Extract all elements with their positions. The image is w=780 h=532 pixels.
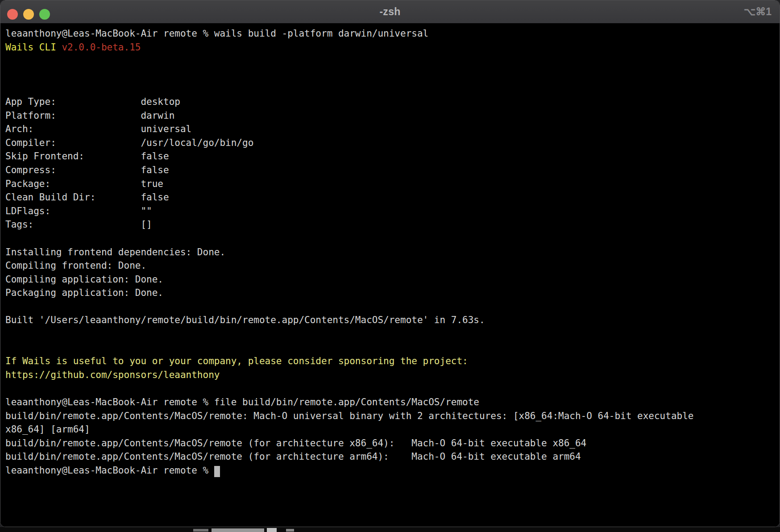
terminal-text-segment: Package: true: [5, 179, 163, 189]
terminal-text-segment: Compress: false: [5, 165, 169, 175]
terminal-text-segment: Compiling application: Done.: [5, 274, 163, 285]
terminal-text-segment: build/bin/remote.app/Contents/MacOS/remo…: [5, 411, 699, 421]
terminal-line: LDFlags: "": [5, 204, 775, 218]
terminal-text-segment: Wails CLI: [5, 42, 62, 53]
terminal-line: [5, 382, 775, 395]
terminal-line: leaanthony@Leas-MacBook-Air remote % wai…: [5, 27, 775, 41]
terminal-line: [5, 327, 775, 341]
terminal-line: Platform: darwin: [5, 109, 775, 123]
titlebar[interactable]: -zsh ⌥⌘1: [0, 0, 780, 24]
terminal-line: [5, 341, 775, 355]
terminal-line: leaanthony@Leas-MacBook-Air remote % fil…: [5, 395, 775, 409]
terminal-text-segment: Installing frontend dependencies: Done.: [5, 247, 225, 258]
zoom-button[interactable]: [39, 9, 50, 20]
terminal-text-segment: Arch: universal: [5, 124, 191, 134]
close-button[interactable]: [7, 9, 18, 20]
terminal-line: [5, 300, 775, 314]
terminal-line: Clean Build Dir: false: [5, 191, 775, 204]
background-window-fragment: [212, 528, 264, 532]
background-window-fragment: [267, 528, 277, 532]
terminal-line: Compiling application: Done.: [5, 273, 775, 287]
terminal-line: [5, 54, 775, 68]
terminal-cursor: [214, 466, 220, 477]
terminal-text-segment: v2.0.0-beta.15: [62, 42, 141, 53]
terminal-text-segment: build/bin/remote.app/Contents/MacOS/remo…: [5, 438, 586, 449]
terminal-line: Arch: universal: [5, 122, 775, 136]
terminal-text-segment: leaanthony@Leas-MacBook-Air remote % fil…: [5, 397, 479, 407]
terminal-line: Packaging application: Done.: [5, 286, 775, 300]
terminal-text-segment: App Type: desktop: [5, 96, 180, 107]
terminal-line: App Type: desktop: [5, 95, 775, 109]
minimize-button[interactable]: [23, 9, 34, 20]
terminal-text-segment: Compiler: /usr/local/go/bin/go: [5, 137, 253, 148]
terminal-line: Tags: []: [5, 218, 775, 232]
terminal-line: Package: true: [5, 177, 775, 191]
terminal-line: build/bin/remote.app/Contents/MacOS/remo…: [5, 409, 775, 423]
terminal-text-segment: If Wails is useful to you or your compan…: [5, 356, 468, 366]
terminal-line: leaanthony@Leas-MacBook-Air remote %: [5, 464, 775, 478]
terminal-line: Installing frontend dependencies: Done.: [5, 245, 775, 259]
terminal-output[interactable]: leaanthony@Leas-MacBook-Air remote % wai…: [0, 24, 780, 527]
terminal-line: Wails CLI v2.0.0-beta.15: [5, 41, 775, 54]
terminal-line: Compiler: /usr/local/go/bin/go: [5, 136, 775, 150]
traffic-lights: [7, 9, 50, 20]
terminal-text-segment: LDFlags: "": [5, 206, 152, 216]
terminal-text-segment: x86_64] [arm64]: [5, 424, 90, 435]
terminal-text-segment: leaanthony@Leas-MacBook-Air remote %: [5, 465, 214, 476]
terminal-line: build/bin/remote.app/Contents/MacOS/remo…: [5, 450, 775, 464]
terminal-line: [5, 68, 775, 82]
terminal-line: Skip Frontend: false: [5, 150, 775, 163]
terminal-text-segment: Platform: darwin: [5, 110, 174, 121]
terminal-text-segment: Skip Frontend: false: [5, 151, 169, 162]
terminal-text-segment: Clean Build Dir: false: [5, 192, 169, 203]
terminal-line: build/bin/remote.app/Contents/MacOS/remo…: [5, 436, 775, 450]
background-window-sliver: [0, 527, 780, 532]
terminal-line: [5, 81, 775, 95]
background-window-fragment: [286, 529, 294, 532]
window-title: -zsh: [379, 6, 400, 18]
terminal-line: x86_64] [arm64]: [5, 423, 775, 436]
terminal-line: [5, 232, 775, 245]
terminal-line: https://github.com/sponsors/leaanthony: [5, 368, 775, 382]
terminal-window: -zsh ⌥⌘1 leaanthony@Leas-MacBook-Air rem…: [0, 0, 780, 527]
terminal-text-segment: build/bin/remote.app/Contents/MacOS/remo…: [5, 451, 581, 462]
terminal-text-segment: Compiling frontend: Done.: [5, 260, 146, 271]
terminal-line: Built '/Users/leaanthony/remote/build/bi…: [5, 313, 775, 327]
terminal-line: If Wails is useful to you or your compan…: [5, 354, 775, 368]
terminal-text-segment: Packaging application: Done.: [5, 287, 163, 298]
terminal-text-segment: leaanthony@Leas-MacBook-Air remote % wai…: [5, 28, 428, 39]
terminal-line: Compiling frontend: Done.: [5, 259, 775, 273]
terminal-line: Compress: false: [5, 163, 775, 177]
terminal-text-segment: https://github.com/sponsors/leaanthony: [5, 370, 220, 380]
window-shortcut-badge: ⌥⌘1: [744, 6, 772, 18]
background-window-fragment: [193, 529, 208, 532]
terminal-text-segment: Built '/Users/leaanthony/remote/build/bi…: [5, 315, 485, 325]
terminal-text-segment: Tags: []: [5, 219, 152, 230]
